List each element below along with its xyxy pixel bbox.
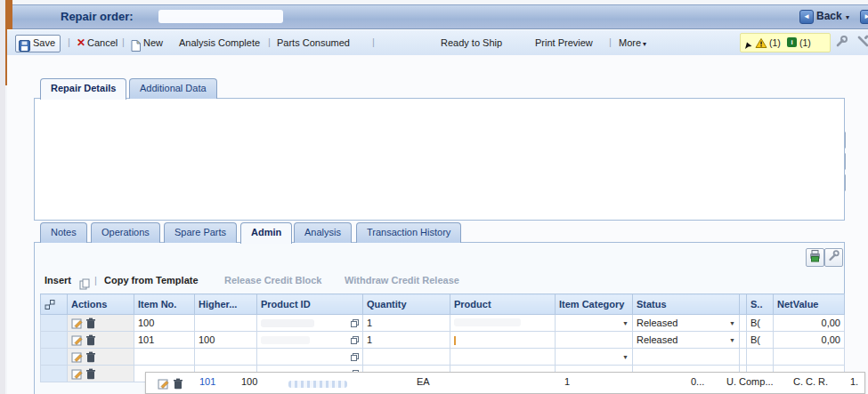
edit-row-icon[interactable] xyxy=(71,317,83,327)
more-button[interactable]: More▾ xyxy=(619,36,646,51)
tools-icon[interactable] xyxy=(856,35,868,48)
col-actions[interactable]: Actions xyxy=(68,294,134,315)
value-help-icon[interactable] xyxy=(351,351,359,362)
delete-row-icon[interactable] xyxy=(85,367,96,378)
overlay-item-no-link[interactable]: 101 xyxy=(199,376,215,387)
edit-row-icon[interactable] xyxy=(71,350,83,361)
cell-product-id[interactable] xyxy=(257,315,363,332)
col-product-id[interactable]: Product ID xyxy=(257,294,363,315)
save-button[interactable]: Save xyxy=(15,35,61,52)
cell-status[interactable]: Released▼ xyxy=(633,315,740,332)
cursor-caret xyxy=(454,336,456,345)
cell-product[interactable] xyxy=(450,315,556,332)
message-bar[interactable]: (1) i (1) xyxy=(740,33,831,52)
row-selector[interactable] xyxy=(41,366,68,382)
cursor-icon xyxy=(744,39,753,50)
new-button[interactable]: New xyxy=(131,36,163,51)
cell-item-category[interactable]: ▼ xyxy=(556,349,633,366)
col-s[interactable]: S.. xyxy=(747,294,774,315)
personalize-table-button[interactable] xyxy=(824,248,843,267)
dropdown-icon[interactable]: ▼ xyxy=(622,354,629,360)
tab-notes[interactable]: Notes xyxy=(40,222,87,243)
cell-item-no[interactable]: 101 xyxy=(134,332,195,349)
redacted-value xyxy=(454,318,521,326)
page-title: Repair order: xyxy=(61,10,134,23)
ready-to-ship-button[interactable]: Ready to Ship xyxy=(441,36,502,51)
col-quantity[interactable]: Quantity xyxy=(363,294,450,315)
tab-admin[interactable]: Admin xyxy=(240,222,292,244)
print-button[interactable] xyxy=(806,248,824,267)
cell-status[interactable]: Released▼ xyxy=(633,332,740,349)
col-net-value[interactable]: NetValue xyxy=(774,294,845,315)
cell-product-id[interactable] xyxy=(257,349,363,366)
cell-item-category[interactable] xyxy=(556,332,633,349)
col-item-no[interactable]: Item No. xyxy=(134,294,195,315)
dropdown-icon[interactable]: ▼ xyxy=(729,320,735,326)
delete-row-icon[interactable] xyxy=(85,334,96,344)
insert-button[interactable]: Insert xyxy=(45,271,71,289)
main-toolbar: Save | ✕Cancel | New Analysis Complete |… xyxy=(7,29,868,56)
cell-net-value[interactable]: 0,00 xyxy=(774,315,845,332)
dropdown-icon[interactable]: ▼ xyxy=(622,320,629,326)
col-higher[interactable]: Higher... xyxy=(195,294,257,315)
dropdown-icon[interactable]: ▼ xyxy=(729,337,735,343)
tab-analysis[interactable]: Analysis xyxy=(294,222,352,243)
tab-operations[interactable]: Operations xyxy=(91,222,160,243)
delete-row-icon[interactable] xyxy=(85,350,96,361)
redacted-order-number xyxy=(158,10,283,23)
cell-higher[interactable] xyxy=(195,315,257,332)
col-status[interactable]: Status xyxy=(633,294,740,315)
overlay-col-a: 0... xyxy=(691,376,704,387)
overlay-quantity: 1 xyxy=(564,376,570,387)
back-menu-caret-icon[interactable]: ▾ xyxy=(846,13,849,21)
edit-row-icon[interactable] xyxy=(71,367,83,378)
delete-row-icon[interactable] xyxy=(85,317,96,327)
withdraw-credit-release-button: Withdraw Credit Release xyxy=(345,271,459,289)
copy-icon[interactable] xyxy=(79,274,90,292)
cancel-button[interactable]: ✕Cancel xyxy=(77,36,118,51)
tab-repair-details[interactable]: Repair Details xyxy=(40,78,126,100)
tab-additional-data[interactable]: Additional Data xyxy=(129,78,217,99)
new-document-icon xyxy=(131,38,141,52)
overlay-higher-item: 100 xyxy=(241,376,257,387)
parts-consumed-button[interactable]: Parts Consumed xyxy=(277,36,350,51)
col-item-category[interactable]: Item Category xyxy=(556,294,633,315)
cell-s[interactable]: B( xyxy=(747,332,774,349)
cell-quantity[interactable]: 1 xyxy=(363,332,450,349)
edit-row-icon[interactable] xyxy=(158,377,169,390)
delete-row-icon[interactable] xyxy=(173,377,183,390)
tab-transaction-history[interactable]: Transaction History xyxy=(356,222,461,243)
copy-from-template-button[interactable]: Copy from Template xyxy=(104,271,199,289)
cell-product-id[interactable] xyxy=(257,332,363,349)
detail-tabstrip: Repair Details Additional Data xyxy=(40,78,574,99)
cell-net-value[interactable]: 0,00 xyxy=(774,332,845,349)
back-icon[interactable]: ◄ xyxy=(799,10,814,24)
overlay-col-d: 1. xyxy=(850,376,858,387)
cell-item-category[interactable]: ▼ xyxy=(556,315,633,332)
print-preview-button[interactable]: Print Preview xyxy=(535,36,593,51)
cell-s[interactable]: B( xyxy=(747,315,774,332)
select-all-header[interactable] xyxy=(41,294,68,315)
row-selector[interactable] xyxy=(41,315,68,332)
row-selector[interactable] xyxy=(41,332,68,349)
cancel-icon: ✕ xyxy=(77,36,85,49)
analysis-complete-button[interactable]: Analysis Complete xyxy=(179,36,260,51)
table-row: 101 100 1 Released▼ B( 0,00 xyxy=(41,332,845,349)
warning-count: (1) xyxy=(769,37,781,48)
col-product[interactable]: Product xyxy=(450,294,556,315)
tab-spare-parts[interactable]: Spare Parts xyxy=(164,222,237,243)
cell-product[interactable] xyxy=(450,332,556,349)
row-selector[interactable] xyxy=(41,349,68,366)
edit-row-icon[interactable] xyxy=(71,334,83,344)
back-button[interactable]: Back xyxy=(816,10,842,22)
value-help-icon[interactable] xyxy=(351,318,359,328)
forward-icon[interactable]: ► xyxy=(860,10,868,24)
repair-details-panel xyxy=(34,98,845,221)
item-tabstrip: Notes Operations Spare Parts Admin Analy… xyxy=(40,222,663,243)
cell-item-no[interactable]: 100 xyxy=(134,315,195,332)
cell-quantity[interactable]: 1 xyxy=(363,315,450,332)
value-help-icon[interactable] xyxy=(351,334,359,345)
save-icon xyxy=(19,37,30,52)
cell-higher[interactable]: 100 xyxy=(195,332,257,349)
personalize-icon[interactable] xyxy=(835,35,848,48)
